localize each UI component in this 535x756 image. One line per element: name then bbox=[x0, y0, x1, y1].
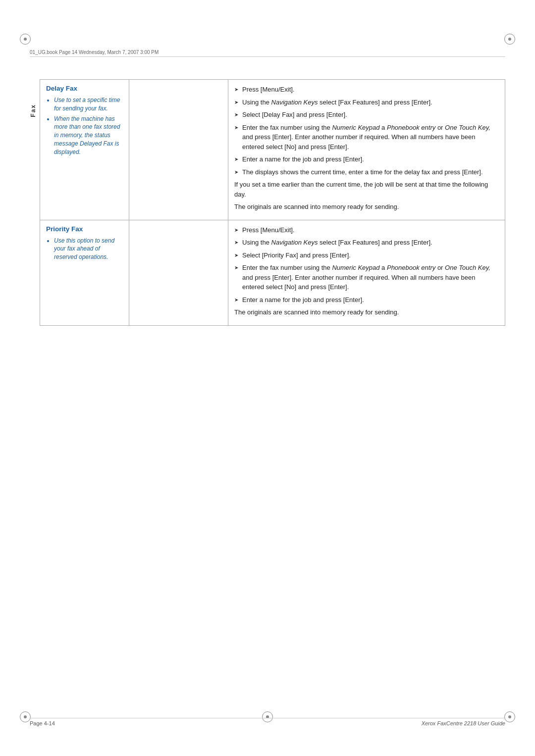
header-bar: 01_UG.book Page 14 Wednesday, March 7, 2… bbox=[30, 50, 505, 57]
delay-fax-note-2: The originals are scanned into memory re… bbox=[234, 202, 499, 212]
delay-fax-step-3: Select [Delay Fax] and press [Enter]. bbox=[234, 110, 499, 120]
delay-fax-step-6: The displays shows the current time, ent… bbox=[234, 167, 499, 177]
priority-fax-step-3: Select [Priority Fax] and press [Enter]. bbox=[234, 251, 499, 260]
priority-fax-steps: Press [Menu/Exit]. Using the Navigation … bbox=[234, 225, 499, 317]
footer-title: Xerox FaxCentre 2218 User Guide bbox=[422, 720, 505, 726]
content-table: Delay Fax Use to set a specific time for… bbox=[40, 79, 505, 326]
table-row: Priority Fax Use this option to send you… bbox=[40, 220, 505, 325]
delay-fax-steps-cell: Press [Menu/Exit]. Using the Navigation … bbox=[228, 80, 505, 220]
table-row: Delay Fax Use to set a specific time for… bbox=[40, 80, 505, 220]
priority-fax-feature-cell: Priority Fax Use this option to send you… bbox=[40, 220, 129, 325]
priority-fax-step-5: Enter a name for the job and press [Ente… bbox=[234, 295, 499, 305]
delay-fax-desc-cell bbox=[129, 80, 228, 220]
delay-fax-feature-cell: Delay Fax Use to set a specific time for… bbox=[40, 80, 129, 220]
priority-fax-bullets: Use this option to send your fax ahead o… bbox=[46, 237, 123, 261]
delay-fax-bullets: Use to set a specific time for sending y… bbox=[46, 96, 123, 156]
priority-fax-step-4: Enter the fax number using the Numeric K… bbox=[234, 263, 499, 292]
delay-fax-steps: Press [Menu/Exit]. Using the Navigation … bbox=[234, 85, 499, 212]
reg-mark-top-right bbox=[504, 34, 515, 45]
footer-page: Page 4-14 bbox=[30, 720, 55, 726]
reg-mark-bottom-right bbox=[504, 711, 515, 722]
reg-mark-top-left bbox=[20, 34, 31, 45]
priority-fax-step-2: Using the Navigation Keys select [Fax Fe… bbox=[234, 238, 499, 248]
priority-fax-steps-cell: Press [Menu/Exit]. Using the Navigation … bbox=[228, 220, 505, 325]
delay-fax-title: Delay Fax bbox=[46, 85, 123, 92]
priority-fax-step-1: Press [Menu/Exit]. bbox=[234, 225, 499, 235]
header-text: 01_UG.book Page 14 Wednesday, March 7, 2… bbox=[30, 50, 159, 55]
main-content: Delay Fax Use to set a specific time for… bbox=[40, 64, 505, 706]
priority-fax-bullet-1: Use this option to send your fax ahead o… bbox=[54, 237, 123, 261]
priority-fax-desc-cell bbox=[129, 220, 228, 325]
priority-fax-title: Priority Fax bbox=[46, 225, 123, 233]
footer: Page 4-14 Xerox FaxCentre 2218 User Guid… bbox=[30, 718, 505, 726]
reg-mark-bottom-left bbox=[20, 711, 31, 722]
delay-fax-bullet-1: Use to set a specific time for sending y… bbox=[54, 96, 123, 113]
vertical-fax-label: Fax bbox=[30, 104, 37, 117]
delay-fax-step-5: Enter a name for the job and press [Ente… bbox=[234, 154, 499, 164]
delay-fax-bullet-2: When the machine has more than one fax s… bbox=[54, 115, 123, 156]
priority-fax-note-1: The originals are scanned into memory re… bbox=[234, 307, 499, 317]
delay-fax-step-2: Using the Navigation Keys select [Fax Fe… bbox=[234, 98, 499, 107]
delay-fax-step-4: Enter the fax number using the Numeric K… bbox=[234, 123, 499, 152]
delay-fax-step-1: Press [Menu/Exit]. bbox=[234, 85, 499, 95]
delay-fax-note-1: If you set a time earlier than the curre… bbox=[234, 180, 499, 199]
page-container: 01_UG.book Page 14 Wednesday, March 7, 2… bbox=[0, 0, 535, 756]
